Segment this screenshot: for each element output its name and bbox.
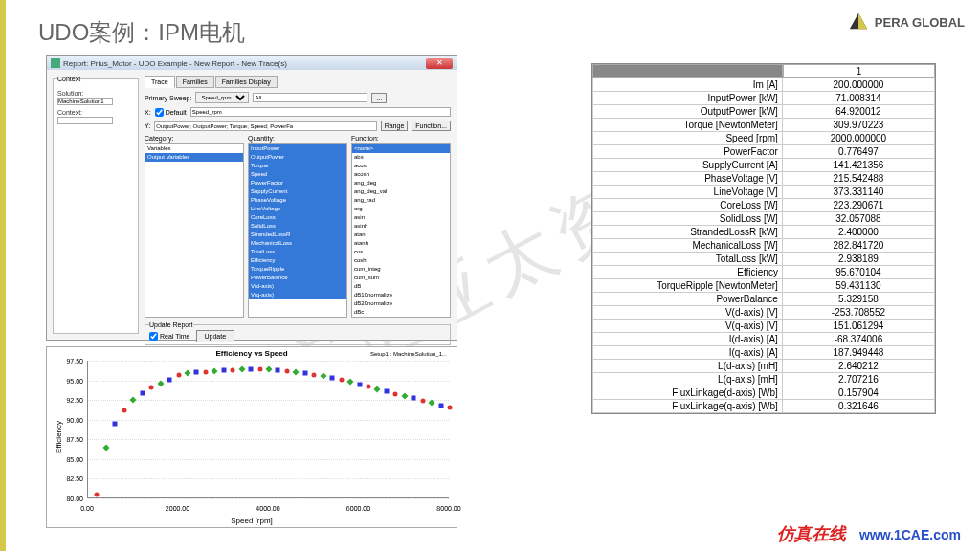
category-list[interactable]: VariablesOutput Variables xyxy=(145,143,244,318)
list-item[interactable]: cum_sum xyxy=(352,274,450,282)
y-tick: 80.00 xyxy=(47,496,83,502)
sweep-select[interactable]: Speed_rpm xyxy=(195,92,249,103)
context-input[interactable] xyxy=(57,117,113,124)
list-item[interactable]: TorqueRipple xyxy=(249,265,346,274)
list-item[interactable]: ang_rad xyxy=(352,196,450,205)
list-item[interactable]: ang_deg xyxy=(352,179,450,187)
logo-text: PERA GLOBAL xyxy=(875,15,965,30)
list-item[interactable]: PowerBalance xyxy=(249,274,346,282)
list-item[interactable]: SolidLoss xyxy=(249,222,346,231)
list-item[interactable]: acosh xyxy=(352,170,450,179)
data-point xyxy=(149,385,154,389)
list-item[interactable]: LineVoltage xyxy=(249,205,346,213)
x-axis-label: Speed [rpm] xyxy=(231,517,273,525)
list-item[interactable]: atan xyxy=(352,231,450,239)
x-tick: 4000.00 xyxy=(256,505,279,512)
results-table: 1Im [A]200.000000InputPower [kW]71.00831… xyxy=(591,63,936,414)
data-point xyxy=(276,367,280,372)
range-button[interactable]: Range xyxy=(381,121,409,131)
list-item[interactable]: InputPower xyxy=(249,144,346,153)
sweep-more-button[interactable]: ... xyxy=(371,93,387,103)
table-row: PhaseVoltage [V]215.542488 xyxy=(592,172,935,186)
efficiency-chart: Efficiency vs Speed Setup1 : MachineSolu… xyxy=(46,346,457,528)
x-tick: 2000.00 xyxy=(166,505,189,512)
list-item[interactable]: dB20normalize xyxy=(352,299,450,308)
accent-bar xyxy=(0,0,6,551)
list-item[interactable]: Torque xyxy=(249,162,346,170)
dialog-icon xyxy=(51,58,60,68)
table-row: L(d-axis) [mH]2.640212 xyxy=(592,360,935,373)
solution-label: Solution: xyxy=(57,90,134,97)
table-row: L(q-axis) [mH]2.707216 xyxy=(592,373,935,386)
data-point xyxy=(130,397,137,404)
list-item[interactable]: <none> xyxy=(352,144,450,153)
footer-url: www.1CAE.com xyxy=(859,527,961,542)
data-point xyxy=(167,377,172,382)
realtime-check[interactable] xyxy=(149,332,158,341)
list-item[interactable]: OutputPower xyxy=(249,153,346,162)
tab-families[interactable]: Families xyxy=(176,76,214,88)
list-item[interactable]: StrandedLossR xyxy=(249,231,346,239)
list-item[interactable]: arg xyxy=(352,205,450,213)
data-point xyxy=(113,421,118,426)
function-list[interactable]: <none>absacosacoshang_degang_deg_valang_… xyxy=(351,143,451,318)
x-value[interactable] xyxy=(190,107,451,117)
list-item[interactable]: dB10normalize xyxy=(352,291,450,299)
data-point xyxy=(393,391,398,396)
data-point xyxy=(231,367,235,372)
table-row: TotalLoss [kW]2.938189 xyxy=(592,253,935,266)
y-value[interactable] xyxy=(154,121,376,131)
list-item[interactable]: cosh xyxy=(352,256,450,265)
sweep-all[interactable] xyxy=(253,93,368,102)
table-row: V(d-axis) [V]-253.708552 xyxy=(592,306,935,320)
list-item[interactable]: SupplyCurrent xyxy=(249,187,346,196)
data-point xyxy=(366,385,370,389)
list-item[interactable]: asin xyxy=(352,213,450,222)
list-item[interactable]: cum_integ xyxy=(352,265,450,274)
list-item[interactable]: CoreLoss xyxy=(249,213,346,222)
dialog-titlebar[interactable]: Report: Prius_Motor - UDO Example - New … xyxy=(47,56,457,70)
update-button[interactable]: Update xyxy=(196,330,235,342)
table-row: I(q-axis) [A]187.949448 xyxy=(592,346,935,360)
quantity-header: Quantity: xyxy=(248,135,347,142)
tab-trace[interactable]: Trace xyxy=(145,76,175,88)
list-item[interactable]: atanh xyxy=(352,239,450,248)
y-label: Y: xyxy=(145,122,150,129)
list-item[interactable]: Variables xyxy=(145,144,243,153)
list-item[interactable]: abs xyxy=(352,153,450,162)
list-item[interactable]: V(q-axis) xyxy=(249,291,346,299)
x-tick: 8000.00 xyxy=(436,505,460,512)
list-item[interactable]: Efficiency xyxy=(249,256,346,265)
solution-select[interactable] xyxy=(57,98,113,105)
list-item[interactable]: TotalLoss xyxy=(249,248,346,256)
tab-bar: Trace Families Families Display xyxy=(145,76,451,88)
list-item[interactable]: Output Variables xyxy=(145,153,243,162)
tab-families-display[interactable]: Families Display xyxy=(215,76,278,88)
table-row: Efficiency95.670104 xyxy=(592,266,935,279)
list-item[interactable]: Speed xyxy=(249,170,346,179)
quantity-list[interactable]: InputPowerOutputPowerTorqueSpeedPowerFac… xyxy=(248,143,347,318)
list-item[interactable]: V(d-axis) xyxy=(249,282,346,291)
table-row: I(d-axis) [A]-68.374006 xyxy=(592,333,935,346)
list-item[interactable]: PowerFactor xyxy=(249,179,346,187)
chart-legend: Setup1 : MachineSolution_1... xyxy=(370,351,447,357)
list-item[interactable]: dB xyxy=(352,282,450,291)
data-point xyxy=(374,386,381,392)
list-item[interactable]: PhaseVoltage xyxy=(249,196,346,205)
x-default-check[interactable] xyxy=(155,108,164,117)
list-item[interactable]: dBc xyxy=(352,308,450,317)
close-icon[interactable]: ✕ xyxy=(426,58,453,69)
list-item[interactable]: asinh xyxy=(352,222,450,231)
function-button[interactable]: Function... xyxy=(412,121,451,131)
list-item[interactable]: cos xyxy=(352,248,450,256)
list-item[interactable]: ang_deg_val xyxy=(352,187,450,196)
x-tick: 0.00 xyxy=(80,505,94,512)
list-item[interactable]: acos xyxy=(352,162,450,170)
report-dialog: Report: Prius_Motor - UDO Example - New … xyxy=(46,55,457,341)
data-point xyxy=(312,372,317,377)
function-header: Function: xyxy=(351,135,451,142)
plot-area xyxy=(87,361,449,498)
data-point xyxy=(238,366,245,373)
list-item[interactable]: MechanicalLoss xyxy=(249,239,346,248)
category-header: Category: xyxy=(145,135,244,142)
